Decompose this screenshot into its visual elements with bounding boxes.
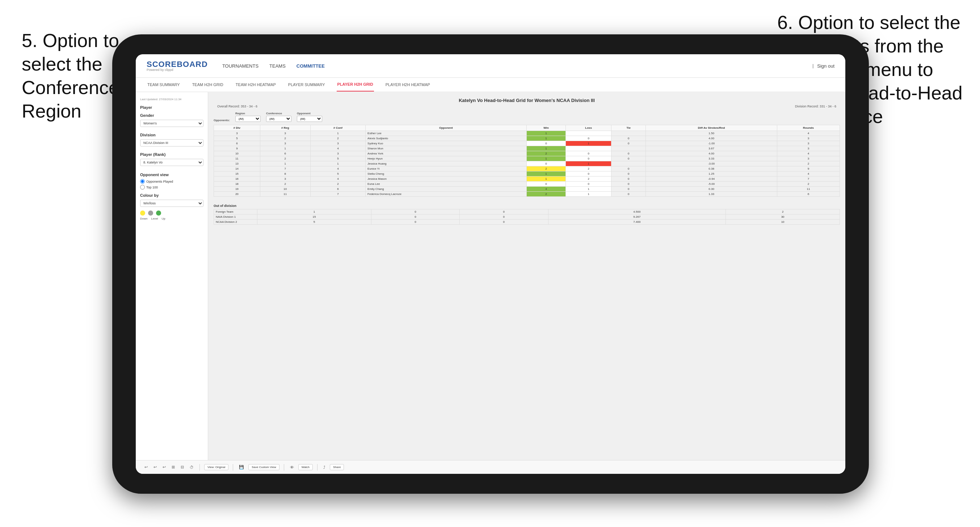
report-title: Katelyn Vo Head-to-Head Grid for Women's… [213, 98, 840, 103]
out-of-division-header: Out of division [213, 204, 840, 208]
player-rank-select[interactable]: 8. Katelyn Vo [140, 159, 204, 166]
cell-diff: -3.00 [646, 161, 777, 167]
conference-select[interactable]: (All) [266, 116, 291, 122]
cell-tie [611, 146, 646, 151]
cell-win: 0 [527, 182, 566, 187]
colour-by-label: Colour by [140, 193, 204, 197]
cell-loss: 1 [566, 161, 611, 167]
table-row: 9 1 4 Sharon Mun 1 3.67 3 [214, 146, 840, 151]
copy-icon[interactable]: ⊞ [170, 464, 176, 470]
paste-icon[interactable]: ⊟ [179, 464, 185, 470]
radio-input-top100[interactable] [140, 185, 145, 189]
record-row: Overall Record: 353 - 34 - 6 Division Re… [213, 105, 840, 108]
col-header-win: Win [527, 125, 566, 131]
clock-icon[interactable]: ⏱ [188, 464, 195, 470]
tab-team-h2h-grid[interactable]: TEAM H2H GRID [191, 78, 224, 92]
view-original-button[interactable]: View: Original [204, 464, 228, 470]
cell-rounds: 2 [777, 182, 840, 187]
filter-opponent-group: Opponent (All) [297, 112, 322, 122]
redo-icon[interactable]: ↩ [152, 464, 158, 470]
toolbar-separator-4 [317, 464, 318, 471]
cell-tie: 0 [611, 151, 646, 156]
cell-div: 9 [214, 146, 260, 151]
cell-tie: 0 [611, 156, 646, 161]
cell-tie [611, 161, 646, 167]
share-icon[interactable]: ⤴ [322, 464, 327, 470]
back-icon[interactable]: ↩ [161, 464, 167, 470]
content-area: Katelyn Vo Head-to-Head Grid for Women's… [208, 92, 845, 460]
cell-diff: 1.33 [646, 192, 777, 197]
cell-opponent: Esther Lee [366, 131, 527, 136]
region-select[interactable]: (All) [235, 116, 261, 122]
table-row: 18 2 2 Euna Lee 0 0 0 -5.00 2 [214, 182, 840, 187]
cell-rounds: 7 [777, 176, 840, 182]
radio-top100[interactable]: Top 100 [140, 185, 204, 189]
col-header-reg: # Reg [260, 125, 310, 131]
cell-tie: 0 [611, 171, 646, 176]
watch-icon[interactable]: 👁 [288, 464, 296, 470]
cell-conf: 7 [310, 192, 365, 197]
cell-rounds: 4 [777, 131, 840, 136]
player-rank-label: Player (Rank) [140, 152, 204, 157]
ood-cell-loss: 0 [371, 219, 460, 225]
table-row: 20 11 7 Federica Domecq Lacroze 2 1 0 1.… [214, 192, 840, 197]
undo-icon[interactable]: ↩ [143, 464, 149, 470]
cell-rounds: 3 [777, 136, 840, 141]
cell-diff: 4.00 [646, 136, 777, 141]
app-logo: SCOREBOARD Powered by clippd [146, 60, 208, 71]
cell-loss: 1 [566, 141, 611, 146]
radio-opponents-played[interactable]: Opponents Played [140, 179, 204, 184]
cell-conf: 4 [310, 146, 365, 151]
cell-loss [566, 131, 611, 136]
radio-input-opponents-played[interactable] [140, 179, 145, 184]
cell-loss: 1 [566, 192, 611, 197]
cell-div: 6 [214, 141, 260, 146]
tab-player-h2h-heatmap[interactable]: PLAYER H2H HEATMAP [385, 78, 431, 92]
tab-team-summary[interactable]: TEAM SUMMARY [146, 78, 181, 92]
tab-player-h2h-grid[interactable]: PLAYER H2H GRID [337, 78, 374, 92]
nav-tournaments[interactable]: TOURNAMENTS [222, 62, 258, 70]
cell-opponent: Eunice Yi [366, 167, 527, 171]
save-icon[interactable]: 💾 [237, 464, 245, 470]
tab-team-h2h-heatmap[interactable]: TEAM H2H HEATMAP [235, 78, 277, 92]
cell-rounds: 4 [777, 171, 840, 176]
radio-label-opponents-played: Opponents Played [146, 180, 173, 183]
cell-opponent: Jessica Mason [366, 176, 527, 182]
save-custom-view-button[interactable]: Save Custom View [248, 464, 279, 470]
watch-button[interactable]: Watch [298, 464, 313, 470]
table-row: 16 3 4 Jessica Mason 1 2 0 -0.94 7 [214, 176, 840, 182]
cell-div: 13 [214, 161, 260, 167]
cell-rounds: 3 [777, 156, 840, 161]
nav-teams[interactable]: TEAMS [269, 62, 286, 70]
cell-reg: 2 [260, 156, 310, 161]
cell-reg: 10 [260, 187, 310, 192]
cell-conf: 3 [310, 151, 365, 156]
sidebar: Last Updated: 27/03/2024 11:34 Player Ge… [136, 92, 208, 460]
cell-div: 15 [214, 171, 260, 176]
cell-opponent: Stella Cheng [366, 171, 527, 176]
toolbar-separator-2 [233, 464, 233, 471]
table-row: 15 8 5 Stella Cheng 1 0 0 1.25 4 [214, 171, 840, 176]
col-header-opponent: Opponent [366, 125, 527, 131]
colour-by-select[interactable]: Win/loss [140, 200, 204, 207]
sign-out-button[interactable]: Sign out [817, 62, 834, 70]
ood-cell-win: 1 [258, 210, 371, 214]
filter-opponents-row: Opponents: [213, 119, 230, 122]
main-data-table: # Div # Reg # Conf Opponent Win Loss Tie… [213, 125, 840, 197]
opponent-select[interactable]: (All) [297, 116, 322, 122]
cell-loss: 0 [566, 156, 611, 161]
division-select[interactable]: NCAA Division III [140, 139, 204, 146]
cell-diff: -0.94 [646, 176, 777, 182]
gender-select[interactable]: Women's [140, 120, 204, 127]
col-header-rounds: Rounds [777, 125, 840, 131]
ood-cell-label: Foreign Team [214, 210, 258, 214]
cell-loss [566, 146, 611, 151]
share-button[interactable]: Share [330, 464, 344, 470]
ood-cell-tie: 0 [460, 219, 548, 225]
cell-tie: 0 [611, 167, 646, 171]
cell-tie: 0 [611, 136, 646, 141]
nav-committee[interactable]: COMMITTEE [296, 62, 325, 70]
tab-player-summary[interactable]: PLAYER SUMMARY [288, 78, 326, 92]
cell-diff: -5.00 [646, 182, 777, 187]
cell-opponent: Alexis Sudjianto [366, 136, 527, 141]
